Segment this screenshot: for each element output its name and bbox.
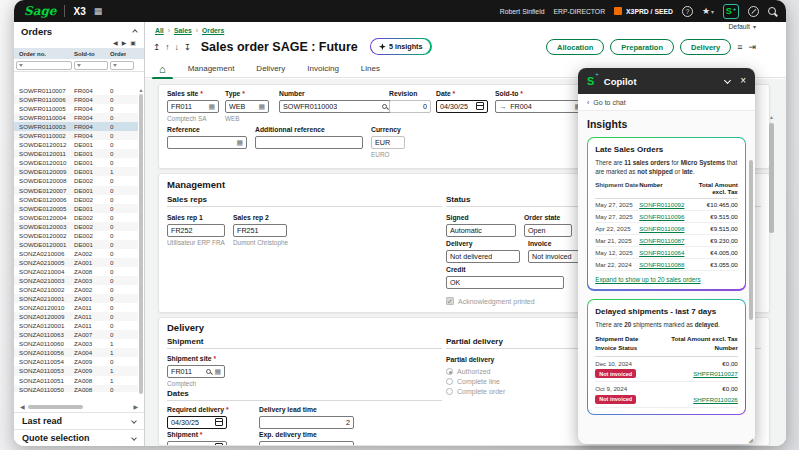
- expand-orders-link[interactable]: Expand to show up to 20 sales orders: [595, 276, 738, 283]
- jump-to-icon[interactable]: →: [499, 102, 506, 111]
- column-order-date[interactable]: Order d: [110, 51, 126, 57]
- quote-selection-section[interactable]: Quote selection: [14, 429, 144, 446]
- collapse-panel-icon[interactable]: [132, 29, 138, 35]
- order-number-link[interactable]: SONFR0110092: [639, 201, 684, 208]
- order-row[interactable]: SONZA0210004 ZA008 0: [14, 267, 138, 276]
- navigation-compass-icon[interactable]: [748, 6, 759, 17]
- shipment-site-input[interactable]: FR011 ▦: [167, 365, 225, 378]
- order-row[interactable]: SONZA0120001 ZA011 0: [14, 321, 138, 330]
- radio-option[interactable]: Complete line: [446, 378, 500, 385]
- first-record-icon[interactable]: ↥: [153, 42, 160, 52]
- order-row[interactable]: SONZA0110060 ZA003 1: [14, 339, 138, 348]
- order-row[interactable]: SOWFR0110005 FR004 0: [14, 104, 138, 113]
- order-number-link[interactable]: SONFR0110088: [639, 261, 684, 268]
- type-input[interactable]: WEB▦: [225, 100, 269, 113]
- exp-delivery-time-input[interactable]: 00:00: [259, 441, 354, 447]
- order-number-link[interactable]: SONFR0110064: [639, 249, 684, 256]
- order-row[interactable]: SOWDE0120008 DE002 0: [14, 176, 138, 185]
- invoice-status-input[interactable]: Not invoiced: [528, 250, 582, 263]
- shipment-number-link[interactable]: SHPFR0110027: [693, 370, 738, 377]
- order-number-link[interactable]: SONFR0110098: [639, 225, 684, 232]
- filter-order-no[interactable]: [16, 61, 72, 70]
- apps-grid-icon[interactable]: ▦: [94, 6, 103, 16]
- go-to-chat-link[interactable]: ‹ Go to chat: [578, 94, 755, 111]
- sage-logo[interactable]: Sage: [24, 4, 56, 18]
- tab-management[interactable]: Management: [188, 64, 235, 73]
- order-row[interactable]: SOWFR0110002 FR004 0: [14, 131, 138, 140]
- order-row[interactable]: SOWFR0110004 FR004 0: [14, 113, 138, 122]
- action-button[interactable]: Delivery: [680, 39, 731, 55]
- orders-vertical-scrollbar[interactable]: [139, 94, 143, 394]
- action-button[interactable]: Allocation: [546, 39, 604, 55]
- insights-button[interactable]: 5 insights: [371, 39, 431, 54]
- signed-input[interactable]: Automatic: [446, 224, 516, 237]
- shipment-date-input[interactable]: 04/30/25: [167, 441, 227, 447]
- order-row[interactable]: SOWFR0110007 FR004 0: [14, 86, 138, 95]
- calendar-icon[interactable]: [215, 443, 223, 446]
- search-icon[interactable]: [382, 104, 387, 109]
- order-row[interactable]: SOWDE0120011 DE001 0: [14, 149, 138, 158]
- orders-horizontal-scrollbar[interactable]: ◀ ▶: [14, 401, 144, 412]
- radio-option[interactable]: Authorized: [446, 368, 490, 375]
- order-row[interactable]: SONZA0120009 ZA011 0: [14, 312, 138, 321]
- main-vertical-scrollbar[interactable]: [769, 123, 774, 233]
- view-selector[interactable]: Default ▾: [728, 23, 756, 30]
- date-input[interactable]: 04/30/25: [436, 100, 488, 113]
- order-row[interactable]: SONZA0210002 ZA002 0: [14, 285, 138, 294]
- order-row[interactable]: SONZA0120010 ZA011 0: [14, 303, 138, 312]
- order-row[interactable]: SONZA0210005 ZA001 0: [14, 258, 138, 267]
- order-row[interactable]: SONZA0110054 ZA009 0: [14, 357, 138, 366]
- user-role[interactable]: ERP-DIRECTOR: [553, 8, 605, 15]
- environment-badge[interactable]: X3PRD / SEED: [614, 7, 673, 15]
- calendar-icon[interactable]: [476, 102, 484, 110]
- lookup-grid-icon[interactable]: ▦: [214, 368, 221, 375]
- scroll-up-icon[interactable]: ▲: [769, 114, 774, 120]
- order-state-input[interactable]: Open: [524, 224, 572, 237]
- number-input[interactable]: SOWFR0110003 ▦: [279, 100, 401, 113]
- order-row[interactable]: SONZA0210006 ZA002 0: [14, 249, 138, 258]
- scrollbar-thumb[interactable]: [28, 405, 83, 409]
- order-row[interactable]: SONZA0110056 ZA004 1: [14, 348, 138, 357]
- search-icon[interactable]: [768, 7, 776, 15]
- prev-page-icon[interactable]: ◀: [113, 39, 118, 46]
- order-number-link[interactable]: SONFR0110096: [639, 213, 684, 220]
- next-page-icon[interactable]: ▶: [122, 39, 127, 46]
- order-row[interactable]: SONZA0110053 ZA009 1: [14, 366, 138, 375]
- sales-rep1-input[interactable]: FR252: [167, 224, 225, 237]
- minimize-chevron-icon[interactable]: [724, 76, 731, 83]
- filter-sold-to[interactable]: [74, 61, 108, 70]
- reference-input[interactable]: ▦: [167, 136, 247, 149]
- search-icon[interactable]: [206, 369, 211, 374]
- order-number-link[interactable]: SONFR0110087: [639, 237, 684, 244]
- help-icon[interactable]: ?: [682, 6, 693, 17]
- order-row[interactable]: SONZA0110063 ZA007 0: [14, 330, 138, 339]
- tab-home[interactable]: ⌂: [159, 63, 166, 75]
- tab-invoicing[interactable]: Invoicing: [307, 64, 339, 73]
- order-row[interactable]: SOWDE0120009 DE001 1: [14, 167, 138, 176]
- tab-delivery[interactable]: Delivery: [256, 64, 285, 73]
- lookup-grid-icon[interactable]: ▦: [236, 139, 243, 146]
- order-row[interactable]: SONZA0110050 ZA008 0: [14, 385, 138, 392]
- scroll-left-icon[interactable]: ◀: [20, 403, 25, 410]
- last-read-section[interactable]: Last read: [14, 412, 144, 429]
- breadcrumb-orders[interactable]: Orders: [202, 27, 224, 34]
- exit-fullscreen-icon[interactable]: ⇥: [748, 42, 756, 52]
- shipment-number-link[interactable]: SHPFR0110026: [693, 396, 738, 403]
- next-record-icon[interactable]: ↓: [174, 42, 178, 52]
- order-row[interactable]: SOWDE0120001 DE001 0: [14, 240, 138, 249]
- user-name[interactable]: Robert Sinfield: [500, 8, 545, 15]
- additional-reference-input[interactable]: [255, 136, 363, 149]
- previous-record-icon[interactable]: ↑: [165, 42, 169, 52]
- action-button[interactable]: Preparation: [610, 39, 674, 55]
- order-row[interactable]: SOWFR0110003 FR004 0: [14, 122, 138, 131]
- filter-order-date[interactable]: [110, 61, 134, 70]
- delivery-status-input[interactable]: Not delivered: [446, 250, 520, 263]
- column-order-no[interactable]: Order no.: [14, 51, 74, 57]
- order-row[interactable]: SOWDE0120012 DE001 0: [14, 140, 138, 149]
- order-row[interactable]: SOWFR0110006 FR004 0: [14, 95, 138, 104]
- order-row[interactable]: SOWDE0120010 DE001 0: [14, 158, 138, 167]
- lookup-grid-icon[interactable]: ▦: [258, 103, 265, 110]
- order-row[interactable]: SOWDE0120003 DE002 0: [14, 222, 138, 231]
- breadcrumb-all[interactable]: All: [155, 27, 164, 34]
- revision-input[interactable]: 0: [389, 100, 431, 113]
